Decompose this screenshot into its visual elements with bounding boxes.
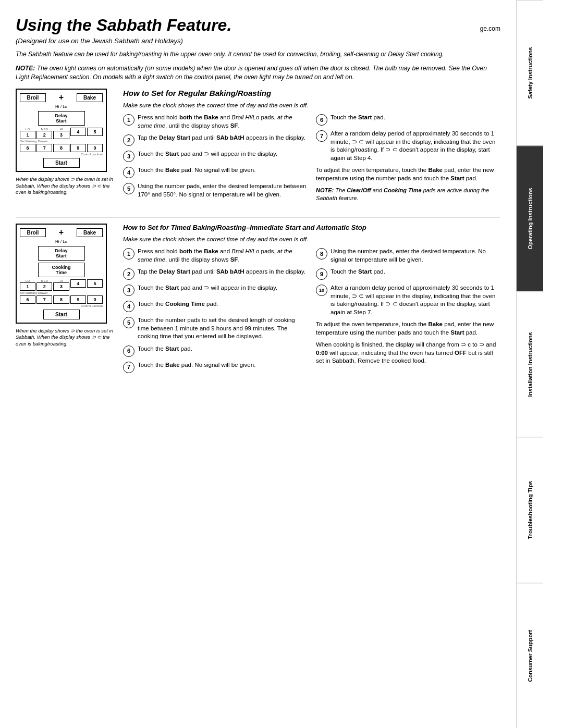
step-text-s2-8: Using the number pads, enter the desired…: [331, 248, 500, 264]
section1-steps: 1 Press and hold both the Bake and Broil…: [123, 114, 500, 206]
tab-installation[interactable]: Installation Instructions: [517, 291, 543, 437]
panel2-caption: When the display shows ⊃ the oven is set…: [16, 328, 115, 347]
section-timed-baking: Broil + Bake Hi / Lo Delay Start Cooking: [16, 224, 500, 377]
step-text-s1-6: Touch the Start pad.: [331, 114, 500, 126]
section1-make-sure: Make sure the clock shows the correct ti…: [123, 102, 500, 109]
step-s2-5: 5 Touch the number pads to set the desir…: [123, 316, 308, 341]
start-btn-1: Start: [43, 158, 80, 168]
step-num-s2-6: 6: [123, 346, 134, 357]
delay-start-btn-2: Delay Start: [38, 246, 85, 261]
step-num-s2-3: 3: [123, 285, 134, 296]
step-text-s1-5: Using the number pads, enter the desired…: [138, 182, 308, 199]
page-title: Using the Sabbath Feature.: [16, 16, 231, 35]
section1-steps-left: 1 Press and hold both the Bake and Broil…: [123, 114, 308, 206]
step-num-s2-1: 1: [123, 248, 134, 260]
section1-adjust: To adjust the oven temperature, touch th…: [316, 166, 500, 182]
step-num-s2-8: 8: [316, 248, 327, 260]
step-text-s2-7: Touch the Bake pad. No signal will be gi…: [138, 361, 308, 373]
section2-adjust: To adjust the oven temperature, touch th…: [316, 320, 500, 337]
intro-text: The Sabbath feature can be used for baki…: [16, 50, 500, 59]
oven-panel-1: Broil + Bake Hi / Lo Delay Start: [16, 89, 107, 172]
step-s2-6: 6 Touch the Start pad.: [123, 345, 308, 357]
step-num-s2-9: 9: [316, 268, 327, 280]
step-text-s2-6: Touch the Start pad.: [138, 345, 308, 357]
step-s1-1: 1 Press and hold both the Bake and Broil…: [123, 114, 308, 130]
step-num-s1-2: 2: [123, 134, 134, 146]
step-s2-1: 1 Press and hold both the Bake and Broil…: [123, 248, 308, 264]
section2-steps: 1 Press and hold both the Bake and Broil…: [123, 248, 500, 377]
section-divider: [16, 217, 500, 217]
section-regular-baking: Broil + Bake Hi / Lo Delay Start: [16, 89, 500, 206]
step-num-s2-4: 4: [123, 301, 134, 312]
step-s1-3: 3 Touch the Start pad and ⊃ will appear …: [123, 150, 308, 162]
step-s2-9: 9 Touch the Start pad.: [316, 268, 500, 280]
step-text-s1-7: After a random delay period of approxima…: [331, 130, 500, 162]
step-num-s1-5: 5: [123, 183, 134, 194]
subtitle: (Designed for use on the Jewish Sabbath …: [16, 37, 500, 45]
step-text-s2-10: After a random delay period of approxima…: [331, 284, 500, 316]
section1-title: How to Set for Regular Baking/Roasting: [123, 89, 500, 97]
step-text-s1-1: Press and hold both the Bake and Broil H…: [138, 114, 308, 130]
tab-operating[interactable]: Operating Instructions: [517, 145, 543, 291]
step-s1-2: 2 Tap the Delay Start pad until SAb bAtH…: [123, 134, 308, 146]
step-text-s1-2: Tap the Delay Start pad until SAb bAtH a…: [138, 134, 308, 146]
step-s2-8: 8 Using the number pads, enter the desir…: [316, 248, 500, 264]
tab-safety[interactable]: Safety Instructions: [517, 0, 543, 145]
plus-sign: +: [59, 93, 64, 102]
step-text-s1-4: Touch the Bake pad. No signal will be gi…: [138, 166, 308, 178]
step-num-s2-5: 5: [123, 317, 134, 328]
step-s2-4: 4 Touch the Cooking Time pad.: [123, 300, 308, 312]
panel1-caption: When the display shows ⊃ the oven is set…: [16, 176, 115, 195]
step-s1-7: 7 After a random delay period of approxi…: [316, 130, 500, 162]
section2-steps-left: 1 Press and hold both the Bake and Broil…: [123, 248, 308, 377]
section2-make-sure: Make sure the clock shows the correct ti…: [123, 236, 500, 243]
step-s2-3: 3 Touch the Start pad and ⊃ will appear …: [123, 284, 308, 296]
section2-steps-right: 8 Using the number pads, enter the desir…: [316, 248, 500, 377]
step-num-s2-10: 10: [316, 285, 327, 296]
step-text-s1-3: Touch the Start pad and ⊃ will appear in…: [138, 150, 308, 162]
step-text-s2-9: Touch the Start pad.: [331, 268, 500, 280]
section2-title: How to Set for Timed Baking/Roasting–Imm…: [123, 224, 500, 231]
note-text: NOTE: The oven light comes on automatica…: [16, 64, 500, 82]
section1-note: NOTE: The Clear/Off and Cooking Time pad…: [316, 187, 500, 202]
step-s2-7: 7 Touch the Bake pad. No signal will be …: [123, 361, 308, 373]
cooking-time-btn: Cooking Time: [38, 263, 85, 277]
section2-left: Broil + Bake Hi / Lo Delay Start Cooking: [16, 224, 115, 377]
section2-finish: When cooking is finished, the display wi…: [316, 341, 500, 365]
delay-start-btn: Delay Start: [38, 111, 85, 126]
tab-troubleshooting[interactable]: Troubleshooting Tips: [517, 437, 543, 582]
step-s1-6: 6 Touch the Start pad.: [316, 114, 500, 126]
step-text-s2-5: Touch the number pads to set the desired…: [138, 316, 308, 341]
hi-lo-label-2: Hi / Lo: [20, 239, 103, 244]
bake-btn: Bake: [77, 93, 103, 102]
step-num-s2-2: 2: [123, 268, 134, 280]
oven-panel-2: Broil + Bake Hi / Lo Delay Start Cooking: [16, 224, 107, 324]
section1-right: How to Set for Regular Baking/Roasting M…: [123, 89, 500, 206]
step-text-s2-1: Press and hold both the Bake and Broil H…: [138, 248, 308, 264]
step-s2-2: 2 Tap the Delay Start pad until SAb bAtH…: [123, 268, 308, 280]
step-text-s2-2: Tap the Delay Start pad until SAb bAtH a…: [138, 268, 308, 280]
step-num-s1-6: 6: [316, 114, 327, 126]
plus-sign-2: +: [59, 228, 64, 237]
section2-right: How to Set for Timed Baking/Roasting–Imm…: [123, 224, 500, 377]
start-btn-2: Start: [43, 310, 80, 319]
step-num-s1-7: 7: [316, 130, 327, 142]
side-tabs: Safety Instructions Operating Instructio…: [516, 0, 543, 728]
step-num-s1-4: 4: [123, 167, 134, 178]
section1-left: Broil + Bake Hi / Lo Delay Start: [16, 89, 115, 206]
section1-steps-right: 6 Touch the Start pad. 7 After a random …: [316, 114, 500, 206]
step-num-s1-1: 1: [123, 114, 134, 126]
step-s1-4: 4 Touch the Bake pad. No signal will be …: [123, 166, 308, 178]
tab-consumer[interactable]: Consumer Support: [517, 583, 543, 728]
step-text-s2-4: Touch the Cooking Time pad.: [138, 300, 308, 312]
step-num-s1-3: 3: [123, 151, 134, 162]
step-s2-10: 10 After a random delay period of approx…: [316, 284, 500, 316]
step-num-s2-7: 7: [123, 362, 134, 373]
hi-lo-label: Hi / Lo: [20, 104, 103, 109]
step-text-s2-3: Touch the Start pad and ⊃ will appear in…: [138, 284, 308, 296]
broil-btn: Broil: [20, 93, 46, 102]
broil-btn-2: Broil: [20, 228, 46, 237]
bake-btn-2: Bake: [77, 228, 103, 237]
step-s1-5: 5 Using the number pads, enter the desir…: [123, 182, 308, 199]
ge-com: ge.com: [480, 25, 500, 32]
